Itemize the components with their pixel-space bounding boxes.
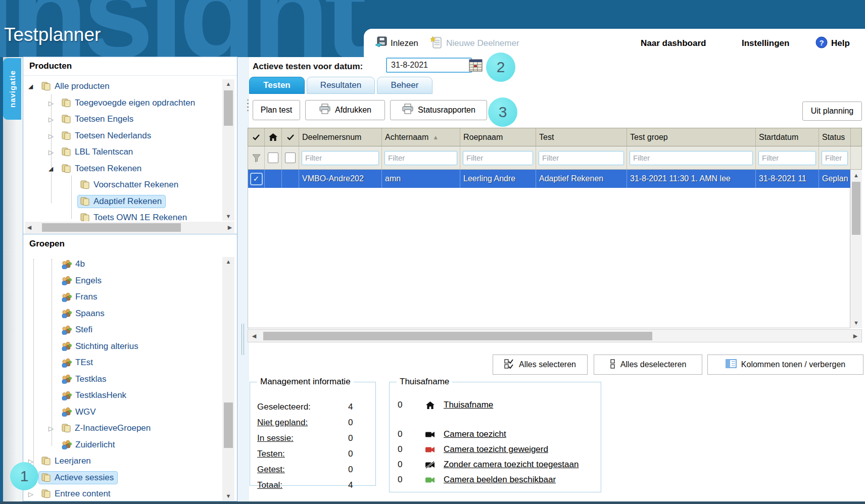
- naar-dashboard-link[interactable]: Naar dashboard: [641, 35, 706, 52]
- management-link[interactable]: Niet gepland:: [257, 418, 348, 428]
- tab-resultaten[interactable]: Resultaten: [307, 77, 375, 94]
- scrollbar-thumb[interactable]: [263, 332, 652, 340]
- tree-item-box[interactable]: Zuiderlicht: [59, 438, 119, 451]
- tree-item-toegevoegde-eigen-opdrachten[interactable]: ▷Toegevoegde eigen opdrachten: [23, 95, 221, 112]
- alles-selecteren-button[interactable]: Alles selecteren: [493, 355, 588, 375]
- tree-item-box[interactable]: LBL Talentscan: [59, 145, 137, 159]
- scroll-left-icon[interactable]: ◀: [25, 222, 34, 233]
- tree-item-stefi[interactable]: Stefi: [23, 322, 221, 338]
- management-link[interactable]: In sessie:: [257, 433, 348, 443]
- tree-item-voorschatter-rekenen[interactable]: Voorschatter Rekenen: [23, 177, 221, 193]
- producten-hscrollbar[interactable]: ◀ ▶: [25, 222, 234, 233]
- filter-checkbox[interactable]: [285, 153, 296, 163]
- selected-tree-item[interactable]: Actieve sessies: [38, 471, 118, 484]
- scroll-left-icon[interactable]: ◀: [249, 330, 259, 341]
- instellingen-link[interactable]: Instellingen: [742, 35, 789, 52]
- scrollbar-thumb[interactable]: [852, 182, 860, 235]
- tree-item-stichting-alterius[interactable]: Stichting alterius: [23, 338, 221, 355]
- scroll-down-icon[interactable]: ▼: [850, 318, 862, 327]
- tree-item-box[interactable]: Stichting alterius: [59, 340, 142, 353]
- thuisafname-link[interactable]: Thuisafname: [444, 400, 493, 410]
- tree-item-box[interactable]: Voorschatter Rekenen: [77, 178, 182, 191]
- thuisafname-link[interactable]: Camera toezicht geweigerd: [444, 444, 548, 455]
- filter-input-deelnemersnum[interactable]: [302, 151, 379, 165]
- tree-item-alle-producten[interactable]: ◢Alle producten: [23, 78, 221, 95]
- scroll-down-icon[interactable]: ▼: [222, 491, 234, 500]
- header-camera-icon[interactable]: [282, 128, 299, 146]
- tree-item-box[interactable]: Toetsen Engels: [59, 113, 137, 126]
- filter-checkbox-cell[interactable]: [265, 146, 282, 169]
- filter-input-test[interactable]: [539, 151, 624, 165]
- collapse-icon[interactable]: ◢: [28, 83, 33, 89]
- tree-item-box[interactable]: Alle producten: [38, 80, 114, 93]
- table-row[interactable]: ✓VMBO-Andre202amnLeerling AndreAdaptief …: [248, 170, 862, 188]
- statusrapporten-button[interactable]: Statusrapporten: [390, 100, 487, 120]
- plan-test-button[interactable]: Plan test: [253, 100, 300, 120]
- tree-item-toetsen-rekenen[interactable]: ◢Toetsen Rekenen: [23, 161, 221, 177]
- tree-item-box[interactable]: Z-InactieveGroepen: [59, 422, 155, 435]
- thuisafname-link[interactable]: Camera toezicht: [444, 429, 506, 439]
- header-check-icon[interactable]: [248, 128, 265, 146]
- thuisafname-link[interactable]: Camera beelden beschikbaar: [444, 475, 556, 485]
- tree-item-spaans[interactable]: Spaans: [23, 306, 221, 322]
- filter-funnel-cell[interactable]: [248, 146, 265, 169]
- tree-item-box[interactable]: Testklas: [59, 373, 110, 386]
- tree-item-box[interactable]: TEst: [59, 356, 97, 369]
- tree-item-box[interactable]: Toets OWN 1E Rekenen: [77, 211, 191, 221]
- tree-item-box[interactable]: Leerjaren: [38, 455, 95, 468]
- column-header-deelnemersnum[interactable]: Deelnemersnum: [299, 128, 382, 146]
- tree-item-box[interactable]: Toetsen Rekenen: [59, 162, 146, 175]
- scroll-right-icon[interactable]: ▶: [225, 222, 234, 233]
- tree-item-test[interactable]: TEst: [23, 355, 221, 371]
- management-link[interactable]: Getest:: [257, 465, 348, 475]
- uit-planning-button[interactable]: Uit planning: [802, 102, 862, 121]
- management-link[interactable]: Totaal:: [257, 480, 348, 490]
- management-link[interactable]: Testen:: [257, 449, 348, 459]
- table-vscrollbar[interactable]: ▲ ▼: [850, 170, 862, 328]
- scrollbar-thumb[interactable]: [224, 90, 233, 126]
- filter-checkbox[interactable]: [268, 153, 278, 163]
- toolbar-grip-handle[interactable]: ⁚⁚⁚: [247, 100, 251, 119]
- column-header-test-groep[interactable]: Test groep: [627, 128, 756, 146]
- selected-tree-item[interactable]: Adaptief Rekenen: [77, 195, 166, 208]
- nieuwe-deelnemer-button[interactable]: Nieuwe Deelnemer: [430, 35, 519, 52]
- inlezen-button[interactable]: Inlezen: [375, 35, 418, 52]
- tree-item-testklas[interactable]: Testklas: [23, 371, 221, 388]
- filter-input-roepnaam[interactable]: [463, 151, 533, 165]
- tree-item-toetsen-engels[interactable]: ▷Toetsen Engels: [23, 111, 221, 128]
- kolommen-tonen-verbergen-button[interactable]: Kolommen tonen / verbergen: [707, 355, 863, 375]
- producten-vscrollbar[interactable]: ▲ ▼: [222, 79, 234, 221]
- scrollbar-thumb[interactable]: [224, 402, 233, 448]
- filter-input-startdatum[interactable]: [758, 151, 816, 165]
- tree-item-box[interactable]: Toegevoegde eigen opdrachten: [59, 96, 199, 110]
- tab-testen[interactable]: Testen: [249, 77, 305, 94]
- scroll-up-icon[interactable]: ▲: [222, 79, 234, 88]
- groepen-vscrollbar[interactable]: ▲ ▼: [222, 257, 234, 500]
- row-checkbox-cell[interactable]: ✓: [248, 170, 265, 188]
- tree-item-box[interactable]: Spaans: [59, 307, 109, 320]
- help-link[interactable]: ? Help: [815, 35, 850, 52]
- column-header-test[interactable]: Test: [536, 128, 627, 146]
- tree-item-z-inactievegroepen[interactable]: ▷Z-InactieveGroepen: [23, 420, 221, 437]
- filter-input-achternaam[interactable]: [385, 151, 457, 165]
- tree-item-wgv[interactable]: WGV: [23, 404, 221, 421]
- scrollbar-thumb[interactable]: [42, 223, 181, 232]
- tree-item-box[interactable]: Entree content: [38, 487, 115, 500]
- tree-item-4b[interactable]: 4b: [23, 256, 221, 273]
- calendar-icon[interactable]: [469, 59, 483, 72]
- row-checkbox-checked[interactable]: ✓: [250, 173, 263, 185]
- tree-item-lbl-talentscan[interactable]: ▷LBL Talentscan: [23, 144, 221, 161]
- tree-item-testklashenk[interactable]: TestklasHenk: [23, 387, 221, 404]
- tree-item-adaptief-rekenen[interactable]: Adaptief Rekenen: [23, 193, 221, 210]
- tree-item-box[interactable]: Frans: [59, 290, 101, 304]
- tree-item-actieve-sessies[interactable]: Actieve sessies: [23, 470, 221, 486]
- tree-item-frans[interactable]: Frans: [23, 289, 221, 306]
- expand-icon[interactable]: ▷: [49, 425, 54, 432]
- header-home-icon[interactable]: [265, 128, 282, 146]
- alles-deselecteren-button[interactable]: Alles deselecteren: [594, 355, 702, 375]
- expand-icon[interactable]: ▷: [28, 491, 33, 497]
- column-header-status[interactable]: Status: [819, 128, 851, 146]
- scroll-up-icon[interactable]: ▲: [222, 257, 234, 266]
- filter-input-status[interactable]: [822, 151, 848, 165]
- tree-item-box[interactable]: WGV: [59, 406, 100, 419]
